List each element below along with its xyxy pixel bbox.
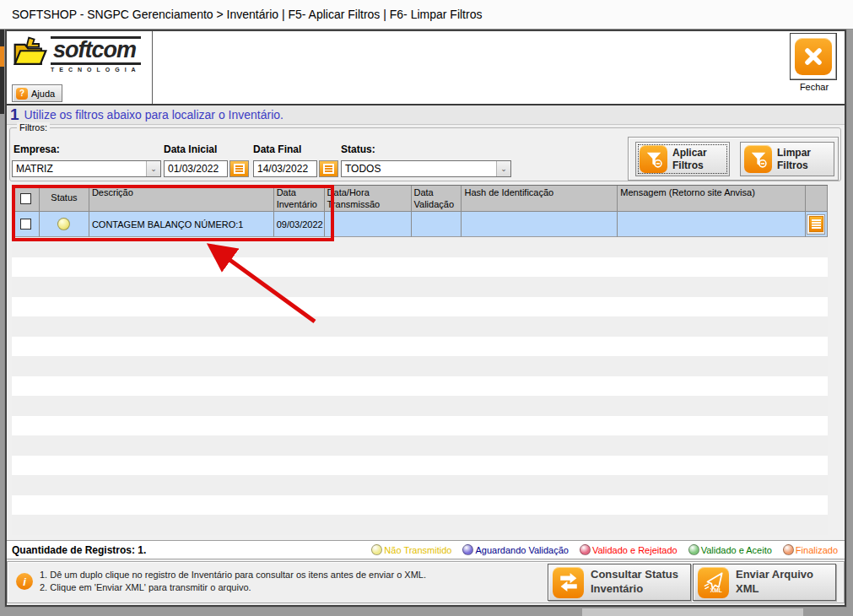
empty-grid-stripe — [12, 316, 828, 337]
legend-item: Não Transmitido — [371, 544, 451, 555]
empty-grid-stripe — [12, 456, 828, 476]
funnel-icon — [640, 145, 667, 173]
help-button[interactable]: ? Ajuda — [12, 84, 62, 102]
empty-grid-stripe — [12, 277, 828, 297]
empty-grid-stripe — [12, 297, 828, 317]
column-header-data-validacao: Data Validação — [412, 186, 462, 212]
app-header: softcom TECNOLOGIA ? Ajuda Fechar — [7, 31, 845, 105]
taskbar-strip — [582, 608, 803, 616]
legend-item: Aguardando Validação — [462, 544, 569, 555]
instruction-line: 2. Clique em 'Enviar XML' para transmiti… — [40, 581, 426, 594]
legend-item: Validado e Aceito — [688, 544, 772, 555]
inventory-table: Status Descrição Data Inventário Data/Ho… — [12, 185, 828, 237]
legend-label: Validado e Rejeitado — [592, 545, 678, 555]
data-final-input[interactable]: 14/03/2022 — [253, 160, 317, 177]
funnel-icon — [744, 145, 772, 173]
empty-grid-stripe — [12, 257, 828, 278]
filters-groupbox-label: Filtros: — [17, 122, 50, 132]
column-header-data-hora-transmissao: Data/Hora Transmissão — [325, 186, 412, 212]
legend-label: Finalizado — [796, 545, 838, 555]
help-button-label: Ajuda — [31, 89, 55, 99]
row-data-hora-transmissao — [325, 212, 412, 237]
status-nao-transmitido-icon — [57, 218, 70, 230]
legend-label: Aguardando Validação — [475, 545, 569, 555]
row-data-inventario: 09/03/2022 — [274, 212, 325, 237]
data-final-label: Data Final — [253, 143, 301, 155]
list-lines-icon — [809, 216, 823, 232]
status-bar: Quantidade de Registros: 1. Não Transmit… — [7, 540, 845, 559]
clear-filters-button[interactable]: LimparFiltros — [740, 142, 834, 176]
empty-grid-stripe — [12, 237, 828, 257]
row-checkbox[interactable] — [20, 219, 31, 230]
row-hash — [462, 212, 618, 237]
legend-item: Finalizado — [783, 544, 838, 555]
row-mensagem — [618, 212, 806, 237]
swap-arrows-icon — [553, 567, 584, 598]
empty-grid-rows — [12, 237, 828, 535]
chevron-down-icon[interactable]: ⌄ — [496, 161, 510, 176]
column-header-actions — [806, 186, 828, 212]
legend-item: Validado e Rejeitado — [580, 544, 678, 555]
instruction-line: 1. Dê um duplo clique no registro de Inv… — [40, 569, 426, 581]
chevron-down-icon[interactable]: ⌄ — [146, 161, 160, 176]
question-icon: ? — [16, 88, 28, 100]
row-details-button[interactable] — [807, 214, 825, 235]
step-number: 1 — [10, 105, 19, 124]
empty-grid-stripe — [12, 396, 828, 416]
empty-grid-stripe — [12, 515, 828, 535]
brand-tagline: TECNOLOGIA — [51, 67, 141, 73]
window-title: SOFTSHOP - SNGPC Gerenciamento > Inventá… — [12, 8, 482, 21]
apply-filters-button[interactable]: AplicarFiltros — [635, 142, 730, 176]
table-row[interactable]: CONTAGEM BALANÇO NÚMERO:1 09/03/2022 — [12, 212, 828, 237]
close-button[interactable] — [790, 33, 837, 80]
paper-plane-xml-icon: XML — [698, 567, 729, 598]
empty-grid-stripe — [12, 495, 828, 516]
empty-grid-stripe — [12, 356, 828, 376]
select-all-cell — [13, 186, 40, 212]
legend-status-icon — [462, 544, 473, 555]
status-select[interactable]: TODOS ⌄ — [341, 160, 511, 177]
calendar-icon — [323, 164, 334, 174]
legend-status-icon — [580, 544, 591, 555]
step-instruction-bar: 1 Utilize os filtros abaixo para localiz… — [7, 105, 845, 125]
column-header-descricao: Descrição — [89, 186, 274, 212]
filter-actions-panel: AplicarFiltros LimparFiltros — [628, 137, 839, 181]
consult-status-button[interactable]: Consultar StatusInventário — [548, 564, 691, 601]
close-button-label: Fechar — [790, 82, 839, 92]
row-data-validacao — [412, 212, 462, 237]
empresa-label: Empresa: — [13, 143, 60, 155]
softcom-logo: softcom TECNOLOGIA — [12, 35, 150, 82]
empty-grid-stripe — [12, 337, 828, 357]
data-final-calendar-button[interactable] — [319, 160, 338, 177]
status-label: Status: — [341, 143, 375, 155]
folder-logo-icon — [12, 35, 49, 72]
row-descricao: CONTAGEM BALANÇO NÚMERO:1 — [89, 212, 274, 237]
column-header-status: Status — [40, 186, 89, 212]
empty-grid-stripe — [12, 435, 828, 456]
empresa-select[interactable]: MATRIZ ⌄ — [12, 160, 161, 177]
column-header-hash: Hash de Identificação — [462, 186, 618, 212]
column-header-data-inventario: Data Inventário — [274, 186, 325, 212]
column-header-mensagem: Mensagem (Retorno site Anvisa) — [618, 186, 806, 212]
calendar-icon — [234, 164, 245, 174]
instructions: 1. Dê um duplo clique no registro de Inv… — [40, 569, 426, 594]
step-text: Utilize os filtros abaixo para localizar… — [24, 108, 283, 122]
legend-label: Não Transmitido — [384, 545, 451, 555]
select-all-checkbox[interactable] — [20, 193, 31, 204]
empty-grid-stripe — [12, 376, 828, 397]
data-inicial-input[interactable]: 01/03/2022 — [164, 160, 228, 177]
info-icon: i — [16, 573, 33, 590]
header-divider — [152, 31, 153, 104]
footer-panel: i 1. Dê um duplo clique no registro de I… — [7, 561, 845, 603]
send-xml-button[interactable]: XML Enviar ArquivoXML — [693, 564, 836, 601]
record-count: Quantidade de Registros: 1. — [12, 544, 146, 556]
legend-status-icon — [783, 544, 794, 555]
data-inicial-label: Data Inicial — [164, 143, 217, 155]
legend-status-icon — [371, 544, 382, 555]
svg-text:XML: XML — [710, 587, 721, 593]
background-accent — [0, 46, 4, 67]
empty-grid-stripe — [12, 475, 828, 495]
data-inicial-calendar-button[interactable] — [229, 160, 249, 177]
brand-name: softcom — [51, 36, 141, 65]
table-header-row: Status Descrição Data Inventário Data/Ho… — [12, 185, 828, 212]
